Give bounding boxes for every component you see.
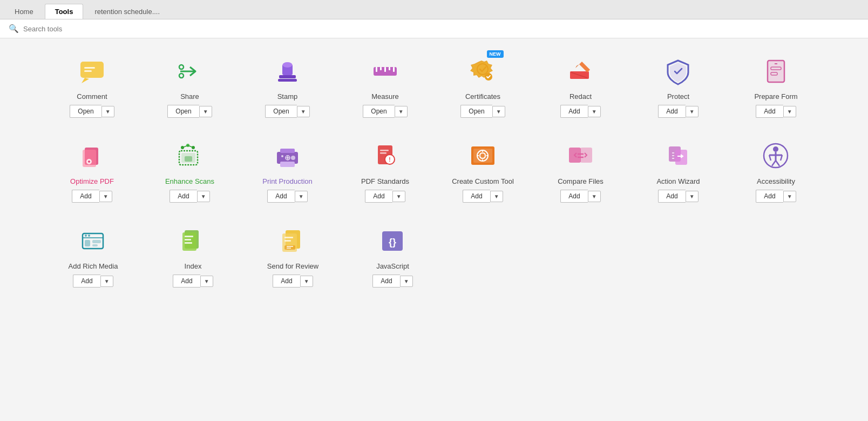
tool-send-for-review-btn-group: Add ▼ [273, 275, 313, 288]
svg-rect-40 [280, 162, 295, 167]
tools-row-1: Comment Open ▼ Share Open ▼ [43, 55, 825, 134]
tool-compare-files-btn-group: Add ▼ [560, 190, 600, 203]
tool-pdf-standards-dropdown-btn[interactable]: ▼ [392, 191, 405, 202]
svg-point-76 [88, 235, 90, 237]
tool-pdf-standards-add-btn[interactable]: Add [365, 190, 392, 203]
tool-redact-add-btn[interactable]: Add [560, 105, 587, 118]
svg-rect-28 [83, 150, 96, 167]
tab-doc[interactable]: retention schedule.... [84, 4, 170, 19]
tool-prepare-form-btn-group: Add ▼ [756, 105, 796, 118]
tool-comment-dropdown-btn[interactable]: ▼ [101, 106, 114, 117]
tool-protect-label: Protect [667, 92, 689, 101]
svg-rect-87 [284, 237, 293, 238]
tool-stamp-dropdown-btn[interactable]: ▼ [297, 106, 310, 117]
tool-measure-dropdown-btn[interactable]: ▼ [395, 106, 408, 117]
tool-javascript-btn-group: Add ▼ [372, 275, 412, 288]
tool-comment-btn-group: Open ▼ [70, 105, 114, 118]
tool-certificates-open-btn[interactable]: Open [460, 105, 492, 118]
tool-create-custom-dropdown-btn[interactable]: ▼ [490, 191, 503, 202]
svg-point-41 [291, 156, 295, 160]
svg-rect-12 [376, 67, 377, 72]
print-production-icon [272, 139, 304, 172]
create-custom-tool-icon [467, 139, 499, 172]
tool-enhance-scans-btn-group: Add ▼ [169, 190, 209, 203]
tool-create-custom-btn-group: Add ▼ [463, 190, 503, 203]
tool-send-for-review: Send for Review Add ▼ [243, 224, 343, 288]
tool-prepare-form-label: Prepare Form [754, 92, 797, 101]
tool-index-dropdown-btn[interactable]: ▼ [200, 276, 213, 287]
svg-marker-1 [82, 78, 89, 83]
tool-action-wizard-dropdown-btn[interactable]: ▼ [686, 191, 699, 202]
tool-enhance-scans: Enhance Scans Add ▼ [141, 139, 239, 203]
index-icon [177, 224, 209, 257]
tool-share-open-btn[interactable]: Open [167, 105, 199, 118]
tool-add-rich-media-btn-group: Add ▼ [73, 275, 113, 288]
svg-rect-3 [84, 70, 92, 72]
tool-print-production-dropdown-btn[interactable]: ▼ [295, 191, 308, 202]
tool-certificates: NEW Certificates Open ▼ [434, 55, 532, 118]
tool-prepare-form-add-btn[interactable]: Add [756, 105, 783, 118]
tool-accessibility-dropdown-btn[interactable]: ▼ [783, 191, 796, 202]
svg-point-63 [773, 146, 778, 152]
search-icon: 🔍 [9, 24, 19, 34]
tool-javascript-add-btn[interactable]: Add [372, 275, 399, 288]
tool-action-wizard-btn-group: Add ▼ [658, 190, 698, 203]
tool-index-add-btn[interactable]: Add [173, 275, 200, 288]
svg-rect-39 [280, 149, 295, 153]
tool-add-rich-media-dropdown-btn[interactable]: ▼ [100, 276, 113, 287]
tool-redact: Redact Add ▼ [532, 55, 629, 118]
tool-compare-files: Compare Files Add ▼ [532, 139, 629, 203]
tool-javascript-label: JavaScript [376, 262, 409, 270]
svg-rect-80 [185, 239, 191, 240]
tool-action-wizard-add-btn[interactable]: Add [658, 190, 685, 203]
tool-protect-add-btn[interactable]: Add [658, 105, 685, 118]
tool-print-production-add-btn[interactable]: Add [267, 190, 294, 203]
svg-rect-14 [384, 67, 386, 72]
tool-certificates-dropdown-btn[interactable]: ▼ [492, 106, 505, 117]
tool-measure-btn-group: Open ▼ [363, 105, 407, 118]
tool-create-custom-add-btn[interactable]: Add [463, 190, 490, 203]
tool-add-rich-media-label: Add Rich Media [69, 262, 118, 270]
tool-print-production-btn-group: Add ▼ [267, 190, 307, 203]
tool-optimize-pdf-add-btn[interactable]: Add [72, 190, 99, 203]
tool-comment: Comment Open ▼ [43, 55, 141, 118]
tool-comment-open-btn[interactable]: Open [70, 105, 101, 118]
action-wizard-icon [662, 139, 695, 172]
tool-send-for-review-add-btn[interactable]: Add [273, 275, 300, 288]
tool-optimize-pdf-dropdown-btn[interactable]: ▼ [99, 191, 112, 202]
tool-javascript-dropdown-btn[interactable]: ▼ [400, 276, 413, 287]
tool-stamp-open-btn[interactable]: Open [265, 105, 296, 118]
tool-prepare-form-dropdown-btn[interactable]: ▼ [783, 106, 796, 117]
tool-compare-files-dropdown-btn[interactable]: ▼ [588, 191, 601, 202]
svg-point-5 [179, 65, 184, 69]
tool-enhance-scans-dropdown-btn[interactable]: ▼ [197, 191, 210, 202]
svg-rect-78 [182, 232, 196, 251]
tool-compare-files-add-btn[interactable]: Add [560, 190, 587, 203]
tool-pdf-standards-label: PDF Standards [361, 177, 409, 185]
svg-rect-88 [284, 240, 291, 242]
tool-redact-dropdown-btn[interactable]: ▼ [588, 106, 601, 117]
svg-text:{}: {} [389, 237, 396, 248]
tool-accessibility-add-btn[interactable]: Add [756, 190, 783, 203]
tab-tools[interactable]: Tools [45, 4, 84, 19]
main-content: Comment Open ▼ Share Open ▼ [0, 38, 868, 420]
protect-icon [662, 55, 695, 87]
tool-index-label: Index [185, 262, 202, 270]
tool-share-btn-group: Open ▼ [167, 105, 212, 118]
tool-send-for-review-dropdown-btn[interactable]: ▼ [300, 276, 313, 287]
tool-create-custom-label: Create Custom Tool [452, 177, 514, 185]
tool-accessibility-label: Accessibility [757, 177, 795, 185]
tool-measure-open-btn[interactable]: Open [363, 105, 394, 118]
tool-share-dropdown-btn[interactable]: ▼ [199, 106, 212, 117]
tab-home[interactable]: Home [4, 4, 44, 19]
tool-protect: Protect Add ▼ [629, 55, 727, 118]
tool-redact-btn-group: Add ▼ [560, 105, 600, 118]
tool-enhance-scans-add-btn[interactable]: Add [169, 190, 196, 203]
svg-rect-79 [185, 236, 193, 237]
svg-line-66 [772, 161, 776, 166]
tool-action-wizard-label: Action Wizard [656, 177, 700, 185]
tool-add-rich-media-add-btn[interactable]: Add [73, 275, 100, 288]
tool-create-custom: Create Custom Tool Add ▼ [434, 139, 532, 203]
search-input[interactable] [23, 25, 185, 33]
tool-protect-dropdown-btn[interactable]: ▼ [686, 106, 699, 117]
